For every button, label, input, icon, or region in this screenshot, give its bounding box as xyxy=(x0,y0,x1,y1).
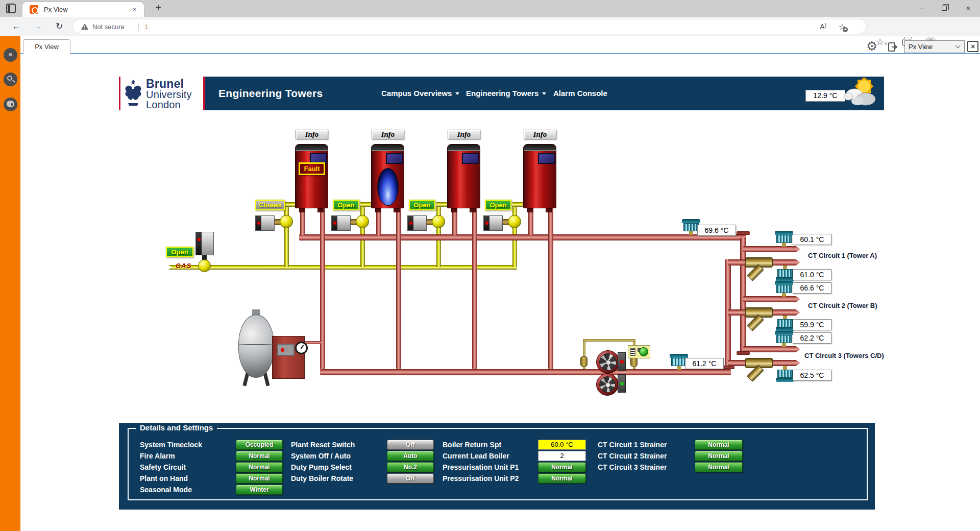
read-aloud-icon[interactable]: A) xyxy=(820,22,826,31)
boiler3-gas-valve-status: Open xyxy=(409,200,435,210)
boiler-leg xyxy=(527,208,533,212)
boiler1-gas-actuator xyxy=(255,215,275,231)
dropdown-caret-icon xyxy=(542,92,546,95)
gear-icon[interactable]: ⚙ xyxy=(866,39,877,54)
label-system-off-auto: System Off / Auto xyxy=(291,451,351,461)
back-button[interactable]: ← xyxy=(9,19,23,34)
brunel-crest-icon xyxy=(124,79,143,107)
gas-pipe-label: GAS xyxy=(176,262,191,270)
pressurisation-connector-pipe xyxy=(305,341,322,344)
button-plant-reset[interactable]: Off xyxy=(387,440,434,450)
boiler4-info-button[interactable]: Info xyxy=(524,130,556,139)
shunt-pump-2[interactable] xyxy=(596,373,619,396)
ct1-return-temp-sensor xyxy=(776,266,794,281)
view-select-dropdown[interactable]: Px View xyxy=(904,40,965,53)
ct1-flow-temp-readout: 60.1 °C xyxy=(793,234,831,245)
boiler1[interactable] xyxy=(295,144,328,208)
status-fire-alarm: Normal xyxy=(236,451,283,461)
ct3-circuit-label: CT Circuit 3 (Towers C/D) xyxy=(804,352,884,359)
boiler4-gas-valve-status: Open xyxy=(485,200,511,210)
url-field[interactable]: Not secure 1 A) ☆+ xyxy=(72,19,867,34)
label-plant-on-hand: Plant on Hand xyxy=(140,473,188,484)
boiler-display-window xyxy=(538,153,555,164)
nav-label: Campus Overviews xyxy=(381,89,452,98)
boiler-leg xyxy=(546,208,552,212)
tab-actions-icon[interactable] xyxy=(6,4,16,13)
url-text[interactable]: 1 xyxy=(144,23,148,31)
refresh-button[interactable]: ↻ xyxy=(52,19,66,34)
pressurisation-unit[interactable] xyxy=(272,336,305,379)
browser-tab[interactable]: Px View × xyxy=(22,2,144,17)
page-title: Engineering Towers xyxy=(218,77,323,110)
details-title: Details and Settings xyxy=(136,423,217,432)
boiler2-gas-valve xyxy=(356,215,369,228)
boiler4[interactable] xyxy=(523,144,556,208)
boiler-leg xyxy=(375,208,381,212)
boiler3-info-button[interactable]: Info xyxy=(448,130,480,139)
label-pressurisation-p2: Pressurisation Unit P2 xyxy=(443,473,519,484)
setpoint-boiler-return[interactable]: 60.0 °C xyxy=(538,440,586,450)
menu-icon[interactable]: ≡ xyxy=(4,48,17,62)
window-minimize-button[interactable]: – xyxy=(910,0,933,17)
shunt-pump-1[interactable] xyxy=(596,350,620,374)
value-current-lead-boiler: 2 xyxy=(538,451,586,461)
gas-main-pipe xyxy=(168,265,517,270)
forward-button[interactable]: → xyxy=(31,19,45,34)
browser-address-bar: ← → ↻ Not secure 1 A) ☆+ ☆≡ ⋯ xyxy=(0,17,980,36)
theme-palette-icon[interactable] xyxy=(4,98,17,111)
nav-alarm-console[interactable]: Alarm Console xyxy=(553,77,607,110)
button-duty-pump-select[interactable]: No.2 xyxy=(387,462,434,472)
boiler4-gas-valve xyxy=(508,215,521,228)
boiler-top-band xyxy=(372,144,404,151)
tab-close-icon[interactable]: × xyxy=(130,5,139,14)
new-tab-button[interactable]: + xyxy=(151,1,165,15)
status-plant-on-hand: Normal xyxy=(236,473,283,484)
status-seasonal-mode[interactable]: Winter xyxy=(236,485,283,495)
label-duty-boiler-rotate: Duty Boiler Rotate xyxy=(291,473,353,484)
export-page-icon[interactable] xyxy=(887,41,898,53)
label-seasonal-mode: Seasonal Mode xyxy=(140,485,192,495)
nav-engineering-towers[interactable]: Engineering Towers xyxy=(466,77,546,110)
nav-campus-overviews[interactable]: Campus Overviews xyxy=(381,77,459,110)
window-restore-button[interactable] xyxy=(933,0,957,17)
security-label[interactable]: Not secure xyxy=(92,23,125,31)
window-close-button[interactable]: × xyxy=(957,0,980,17)
page-tab-px-view[interactable]: Px View xyxy=(23,39,70,54)
boiler3[interactable] xyxy=(447,144,480,208)
pipe-flange xyxy=(737,351,750,355)
status-led xyxy=(281,348,284,352)
pipe-flange xyxy=(737,231,750,235)
gas-inlet-actuator xyxy=(195,232,214,255)
boiler-leg xyxy=(451,208,457,212)
status-safety-circuit: Normal xyxy=(236,462,283,472)
dropdown-caret-icon xyxy=(455,92,459,95)
add-favorite-icon[interactable]: ☆+ xyxy=(839,22,846,32)
expansion-vessel[interactable] xyxy=(238,315,274,378)
nav-label: Engineering Towers xyxy=(466,89,538,98)
flow-header-temp-readout: 69.6 °C xyxy=(697,225,736,236)
boiler2-info-button[interactable]: Info xyxy=(372,130,404,139)
nav-label: Alarm Console xyxy=(553,89,607,98)
ct3-flow-temp-readout: 62.2 °C xyxy=(793,332,831,344)
pump1-indicator xyxy=(618,352,626,371)
label-fire-alarm: Fire Alarm xyxy=(140,451,175,461)
pump-impeller xyxy=(599,353,617,371)
status-ct2-strainer: Normal xyxy=(695,451,743,461)
pressure-switch xyxy=(628,345,650,358)
boiler1-info-button[interactable]: Info xyxy=(296,130,328,139)
search-icon[interactable] xyxy=(4,73,17,86)
logo-line3: London xyxy=(146,100,192,110)
status-system-timeclock: Occupied xyxy=(236,440,283,450)
button-system-off-auto[interactable]: Auto xyxy=(387,451,434,461)
ct3-flow-branch-pipe xyxy=(743,346,800,352)
close-view-button[interactable]: × xyxy=(967,41,978,52)
button-duty-boiler-rotate[interactable]: Off xyxy=(387,473,434,484)
boiler2-gas-valve-status: Open xyxy=(333,200,359,210)
boiler3-gas-actuator xyxy=(407,215,427,231)
label-system-timeclock: System Timeclock xyxy=(140,440,202,450)
app-sidebar: ≡ xyxy=(0,36,20,531)
details-panel: Details and Settings System Timeclock Fi… xyxy=(119,423,875,510)
label-ct3-strainer: CT Circuit 3 Strainer xyxy=(598,462,667,472)
brunel-logo-text: Brunel University London xyxy=(146,78,192,110)
boiler2[interactable] xyxy=(371,144,404,208)
